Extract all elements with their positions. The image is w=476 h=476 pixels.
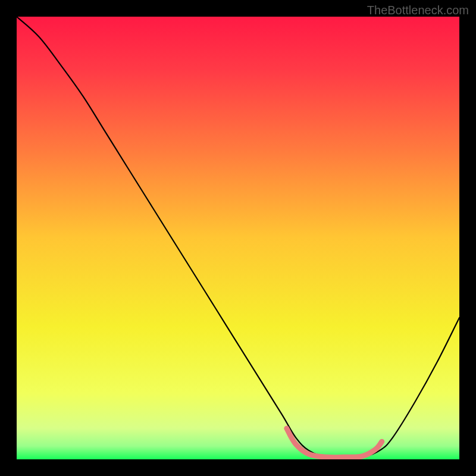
chart-background-gradient	[17, 17, 459, 459]
chart-area	[17, 17, 459, 459]
watermark-text: TheBottleneck.com	[367, 4, 469, 17]
bottleneck-curve-chart	[17, 17, 459, 459]
